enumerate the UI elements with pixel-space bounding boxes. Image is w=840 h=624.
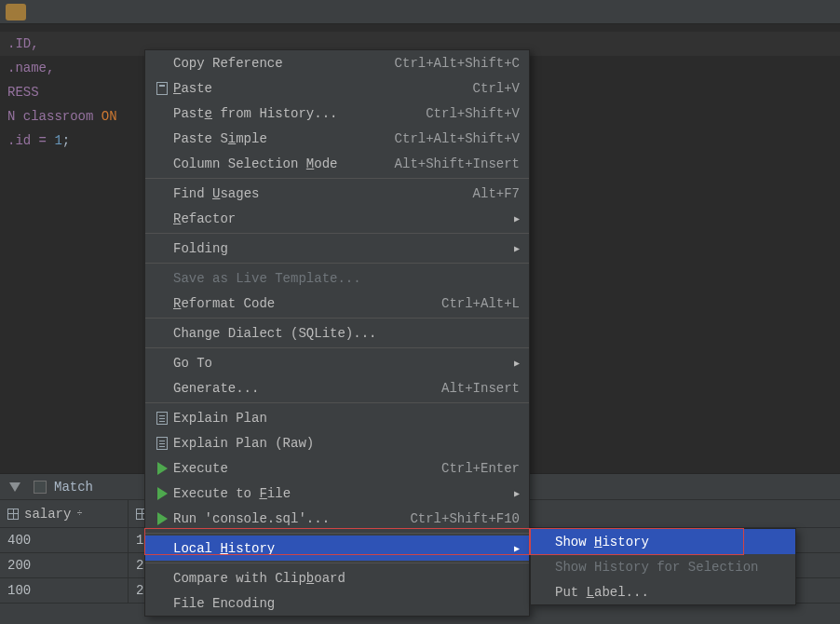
checkbox-icon[interactable] <box>34 481 47 494</box>
chevron-right-icon: ▶ <box>510 543 520 554</box>
plan-icon <box>156 412 168 425</box>
submenu-show-history[interactable]: Show History <box>531 529 795 554</box>
chevron-right-icon: ▶ <box>510 358 520 369</box>
context-menu: Copy Reference Ctrl+Alt+Shift+C Paste Ct… <box>144 49 530 617</box>
menu-copy-reference[interactable]: Copy Reference Ctrl+Alt+Shift+C <box>145 50 529 75</box>
menu-separator <box>145 533 529 534</box>
menu-generate[interactable]: Generate... Alt+Insert <box>145 375 529 400</box>
menu-separator <box>145 178 529 179</box>
chevron-right-icon: ▶ <box>510 488 520 499</box>
menu-separator <box>145 318 529 319</box>
menu-execute[interactable]: Execute Ctrl+Enter <box>145 455 529 481</box>
match-case-option[interactable]: Match <box>34 480 93 495</box>
menu-save-live-template: Save as Live Template... <box>145 265 529 291</box>
menu-change-dialect[interactable]: Change Dialect (SQLite)... <box>145 320 529 346</box>
menu-go-to[interactable]: Go To ▶ <box>145 350 529 375</box>
menu-file-encoding[interactable]: File Encoding <box>145 590 529 616</box>
menu-run-console[interactable]: Run 'console.sql'... Ctrl+Shift+F10 <box>145 506 529 531</box>
menu-explain-plan[interactable]: Explain Plan <box>145 405 529 430</box>
menu-find-usages[interactable]: Find Usages Alt+F7 <box>145 181 529 206</box>
sort-indicator[interactable]: ÷ <box>76 509 82 519</box>
menu-explain-plan-raw[interactable]: Explain Plan (Raw) <box>145 430 529 455</box>
menu-refactor[interactable]: Refactor ▶ <box>145 206 529 231</box>
menu-compare-clipboard[interactable]: Compare with Clipboard <box>145 565 529 590</box>
paste-icon <box>156 82 168 95</box>
context-submenu-local-history: Show History Show History for Selection … <box>530 528 796 605</box>
chevron-right-icon: ▶ <box>510 243 520 254</box>
play-icon <box>157 462 168 475</box>
tab-badge[interactable] <box>6 4 26 20</box>
chevron-right-icon: ▶ <box>510 213 520 224</box>
submenu-put-label[interactable]: Put Label... <box>531 579 795 604</box>
export-dropdown-icon[interactable] <box>9 482 20 492</box>
menu-reformat-code[interactable]: Reformat Code Ctrl+Alt+L <box>145 291 529 316</box>
column-icon <box>7 509 19 520</box>
menu-paste[interactable]: Paste Ctrl+V <box>145 75 529 101</box>
menu-paste-history[interactable]: Paste from History... Ctrl+Shift+V <box>145 101 529 126</box>
top-toolbar <box>0 0 840 24</box>
menu-folding[interactable]: Folding ▶ <box>145 236 529 261</box>
match-label: Match <box>54 480 93 495</box>
menu-separator <box>145 347 529 348</box>
menu-separator <box>145 233 529 234</box>
menu-local-history[interactable]: Local History ▶ <box>145 536 529 561</box>
menu-column-selection[interactable]: Column Selection Mode Alt+Shift+Insert <box>145 151 529 176</box>
column-header-salary[interactable]: salary ÷ <box>0 500 129 527</box>
cell: 100 <box>0 578 129 603</box>
play-icon <box>157 487 168 500</box>
menu-execute-to-file[interactable]: Execute to File ▶ <box>145 481 529 506</box>
plan-icon <box>156 437 168 450</box>
cell: 200 <box>0 553 129 577</box>
column-label: salary <box>24 507 71 522</box>
submenu-show-history-selection: Show History for Selection <box>531 554 795 579</box>
play-icon <box>157 512 168 525</box>
cell: 400 <box>0 528 129 552</box>
menu-paste-simple[interactable]: Paste Simple Ctrl+Alt+Shift+V <box>145 126 529 151</box>
menu-separator <box>145 563 529 563</box>
menu-separator <box>145 263 529 264</box>
menu-separator <box>145 402 529 403</box>
